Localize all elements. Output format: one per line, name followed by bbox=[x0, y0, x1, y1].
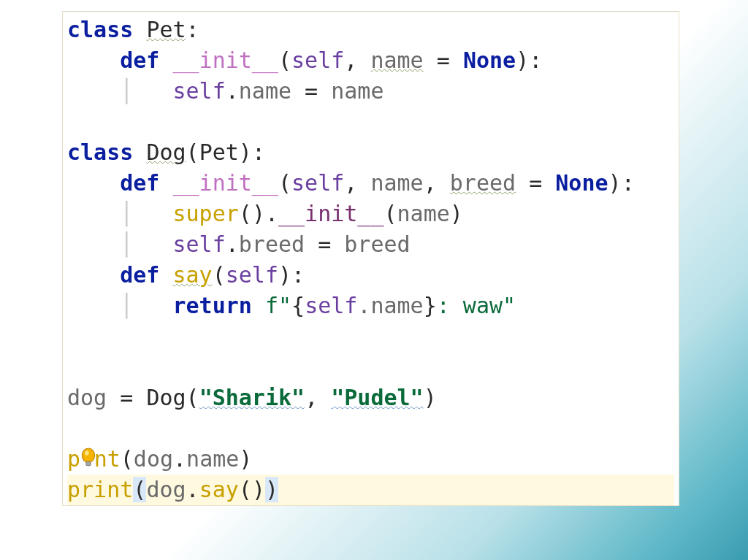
fstring-text: : waw" bbox=[437, 293, 516, 318]
class-name-dog: Dog bbox=[146, 139, 186, 165]
presentation-slide: class Pet: def __init__(self, name = Non… bbox=[0, 0, 748, 560]
string-sharik: "Sharik" bbox=[199, 385, 305, 410]
method-say: say bbox=[173, 262, 213, 288]
class-name-pet: Pet bbox=[146, 17, 186, 42]
param-name: name bbox=[370, 47, 423, 73]
builtin-super: super bbox=[173, 201, 239, 226]
string-pudel: "Pudel" bbox=[331, 385, 423, 410]
code-editor-panel: class Pet: def __init__(self, name = Non… bbox=[62, 11, 679, 506]
caret-selection: ( bbox=[133, 477, 146, 502]
method-init: __init__ bbox=[173, 47, 279, 73]
svg-point-2 bbox=[85, 450, 88, 455]
current-line-highlight: print(dog.say()) bbox=[67, 475, 674, 505]
svg-rect-1 bbox=[86, 461, 91, 465]
keyword-def: def bbox=[120, 47, 159, 73]
keyword-class: class bbox=[67, 17, 133, 42]
param-self: self bbox=[291, 47, 344, 73]
code-content: class Pet: def __init__(self, name = Non… bbox=[67, 15, 674, 505]
var-dog: dog bbox=[67, 385, 107, 410]
keyword-return: return bbox=[173, 293, 252, 318]
param-breed: breed bbox=[450, 170, 516, 196]
svg-point-0 bbox=[82, 448, 94, 462]
fstring-prefix: f" bbox=[265, 293, 291, 318]
attr-breed: breed bbox=[239, 231, 305, 257]
literal-none: None bbox=[463, 47, 516, 73]
builtin-print: print bbox=[67, 477, 133, 502]
attr-name: name bbox=[239, 78, 291, 104]
